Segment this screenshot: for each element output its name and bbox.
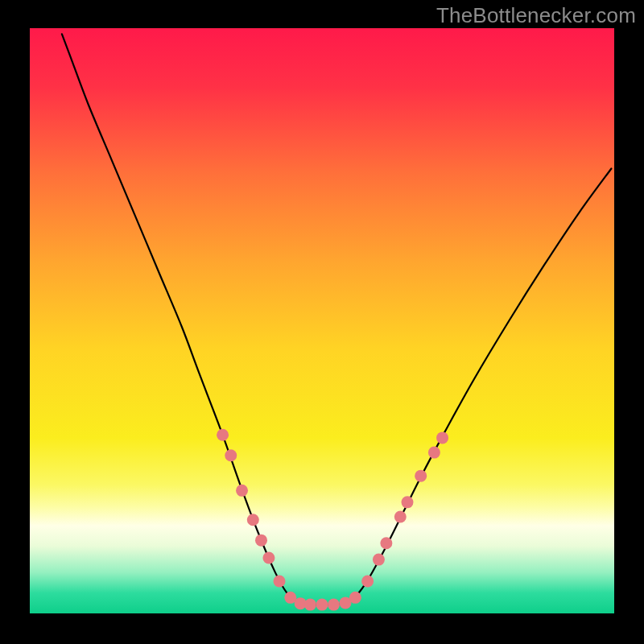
marker-point xyxy=(394,511,407,523)
chart-plot-area xyxy=(30,28,614,613)
marker-point xyxy=(415,470,427,482)
watermark-label: TheBottlenecker.com xyxy=(436,3,636,28)
marker-point xyxy=(225,449,237,461)
marker-point xyxy=(380,537,392,549)
marker-point xyxy=(361,576,374,588)
marker-point xyxy=(247,514,259,526)
chart-background xyxy=(30,28,614,613)
marker-point xyxy=(349,592,361,604)
marker-point xyxy=(304,599,316,611)
marker-point xyxy=(255,535,267,547)
marker-point xyxy=(217,429,229,441)
marker-point xyxy=(328,599,340,611)
marker-point xyxy=(436,431,448,444)
marker-point xyxy=(274,576,286,588)
marker-point xyxy=(428,447,440,459)
marker-point xyxy=(373,554,385,566)
chart-frame: TheBottlenecker.com xyxy=(0,0,644,644)
marker-point xyxy=(401,496,413,508)
chart-svg xyxy=(30,28,614,613)
marker-point xyxy=(236,485,248,497)
marker-point xyxy=(262,551,275,564)
marker-point xyxy=(316,599,328,611)
